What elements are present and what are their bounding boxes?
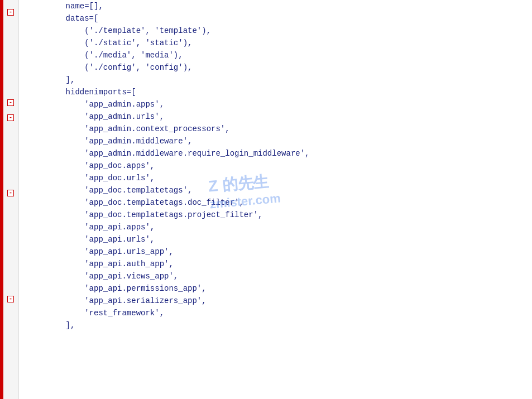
- code-cell: 'app_api.urls_app',: [19, 246, 532, 258]
- code-cell: 'rest_framework',: [19, 307, 532, 319]
- code-cell: ('./static', 'static'),: [19, 37, 532, 49]
- table-row: 'rest_framework',: [19, 307, 532, 319]
- table-row: 'app_api.urls',: [19, 233, 532, 246]
- code-cell: 'app_api.serializers_app',: [19, 295, 532, 307]
- code-content-area[interactable]: Z 的先生 zmister.com name=[], datas=[ ('./t…: [19, 0, 532, 399]
- fold-marker-3[interactable]: -: [7, 114, 14, 121]
- code-cell: ('./media', 'media'),: [19, 49, 532, 61]
- table-row: 'app_api.serializers_app',: [19, 295, 532, 307]
- code-cell: 'app_admin.middleware.require_login_midd…: [19, 147, 532, 160]
- table-row: ],: [19, 319, 532, 331]
- table-row: 'app_admin.context_processors',: [19, 123, 532, 135]
- code-cell: 'app_admin.apps',: [19, 98, 532, 110]
- table-row: ('./config', 'config'),: [19, 61, 532, 74]
- table-row: datas=[: [19, 12, 532, 25]
- code-cell: 'app_doc.apps',: [19, 160, 532, 172]
- table-row: 'app_doc.templatetags.doc_filter',: [19, 196, 532, 209]
- code-cell: 'app_doc.templatetags.project_filter',: [19, 209, 532, 221]
- code-cell: 'app_api.permissions_app',: [19, 282, 532, 295]
- code-cell: hiddenimports=[: [19, 86, 532, 98]
- code-cell: 'app_doc.templatetags',: [19, 184, 532, 196]
- code-cell: ],: [19, 319, 532, 331]
- code-cell: 'app_admin.middleware',: [19, 135, 532, 147]
- table-row: 'app_doc.templatetags.project_filter',: [19, 209, 532, 221]
- code-cell: datas=[: [19, 12, 532, 25]
- table-row: ('./static', 'static'),: [19, 37, 532, 49]
- table-row: 'app_doc.templatetags',: [19, 184, 532, 196]
- code-cell: ('./template', 'template'),: [19, 25, 532, 37]
- table-row: ('./media', 'media'),: [19, 49, 532, 61]
- code-cell: 'app_doc.templatetags.doc_filter',: [19, 196, 532, 209]
- table-row: 'app_api.views_app',: [19, 270, 532, 282]
- table-row: 'app_doc.apps',: [19, 160, 532, 172]
- fold-marker-2[interactable]: -: [7, 99, 14, 106]
- table-row: ('./template', 'template'),: [19, 25, 532, 37]
- code-cell: ],: [19, 74, 532, 86]
- table-row: 'app_admin.middleware.require_login_midd…: [19, 147, 532, 160]
- table-row: 'app_doc.urls',: [19, 172, 532, 184]
- code-cell: 'app_api.urls',: [19, 233, 532, 246]
- editor-container: - - - - - Z 的先生 zmister.com name=[], dat…: [0, 0, 532, 399]
- code-table: name=[], datas=[ ('./template', 'templat…: [19, 0, 532, 331]
- table-row: 'app_api.urls_app',: [19, 246, 532, 258]
- code-cell: 'app_doc.urls',: [19, 172, 532, 184]
- fold-marker-1[interactable]: -: [7, 9, 14, 16]
- code-cell: 'app_api.views_app',: [19, 270, 532, 282]
- code-cell: ('./config', 'config'),: [19, 61, 532, 74]
- table-row: 'app_admin.urls',: [19, 110, 532, 123]
- table-row: ],: [19, 74, 532, 86]
- fold-marker-4[interactable]: -: [7, 190, 14, 196]
- code-cell: 'app_admin.urls',: [19, 110, 532, 123]
- code-cell: 'app_api.apps',: [19, 221, 532, 233]
- table-row: 'app_api.apps',: [19, 221, 532, 233]
- code-cell: 'app_api.auth_app',: [19, 258, 532, 270]
- gutter: - - - - -: [3, 0, 19, 399]
- table-row: 'app_api.permissions_app',: [19, 282, 532, 295]
- table-row: 'app_api.auth_app',: [19, 258, 532, 270]
- table-row: hiddenimports=[: [19, 86, 532, 98]
- table-row: 'app_admin.apps',: [19, 98, 532, 110]
- code-cell: 'app_admin.context_processors',: [19, 123, 532, 135]
- table-row: 'app_admin.middleware',: [19, 135, 532, 147]
- code-cell: name=[],: [19, 0, 532, 12]
- table-row: name=[],: [19, 0, 532, 12]
- fold-marker-5[interactable]: -: [7, 296, 14, 302]
